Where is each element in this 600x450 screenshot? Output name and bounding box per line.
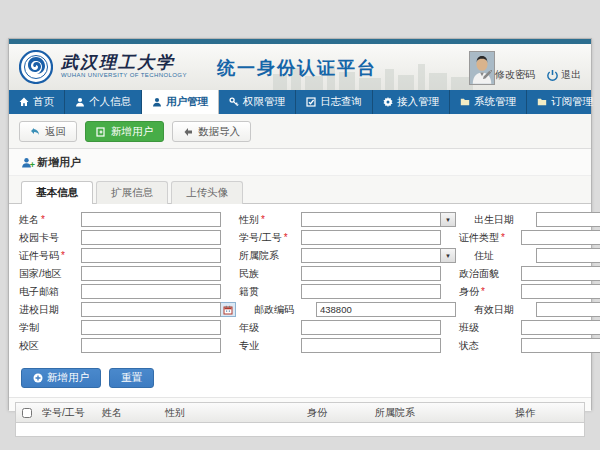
data-import-label: 数据导入: [198, 125, 240, 139]
schooling-length-input[interactable]: [81, 320, 221, 335]
folder-icon: [460, 97, 470, 107]
header: 武汉理工大学 WUHAN UNIVERSITY OF TECHNOLOGY 统一…: [9, 44, 591, 90]
reset-button-label: 重置: [121, 371, 142, 385]
pencil-icon: [482, 70, 492, 80]
submit-add-user-button[interactable]: 新增用户: [21, 368, 101, 388]
panel-title: 新增用户: [37, 155, 81, 170]
logout-link[interactable]: 退出: [547, 68, 581, 82]
table-header-0: 学号/工号: [38, 406, 98, 420]
form-field-class: 班级: [459, 320, 600, 335]
birth-date-label: 出生日期: [474, 213, 536, 227]
address-input[interactable]: [536, 248, 600, 263]
email-input[interactable]: [81, 284, 221, 299]
enroll-date-label: 进校日期: [19, 303, 81, 317]
campus-input[interactable]: [81, 338, 221, 353]
plus-circle-icon: [33, 373, 43, 383]
postal-code-input[interactable]: [316, 302, 456, 317]
email-label: 电子邮箱: [19, 285, 81, 299]
nav-tab-5[interactable]: 接入管理: [373, 90, 450, 114]
data-import-button[interactable]: 数据导入: [172, 121, 251, 142]
form-field-status: 状态: [459, 338, 600, 353]
department-input[interactable]: [301, 248, 441, 263]
id-type-input[interactable]: [521, 230, 600, 245]
back-button[interactable]: 返回: [19, 121, 77, 142]
add-user-toolbar-button[interactable]: 新增用户: [85, 121, 164, 142]
department-dropdown-button[interactable]: ▼: [441, 248, 456, 263]
form-field-enroll-date: 进校日期: [19, 302, 236, 317]
department-label: 所属院系: [239, 249, 301, 263]
grade-input[interactable]: [301, 320, 441, 335]
name-input[interactable]: [81, 212, 221, 227]
home-icon: [19, 97, 29, 107]
status-input[interactable]: [521, 338, 600, 353]
table-header-4: 所属院系: [371, 406, 511, 420]
table-header-3: 身份: [303, 406, 371, 420]
nav-tab-label: 首页: [33, 95, 54, 109]
campus-card-input[interactable]: [81, 230, 221, 245]
submit-add-user-label: 新增用户: [47, 371, 89, 385]
back-arrow-icon: [30, 127, 40, 137]
form-tab-1[interactable]: 扩展信息: [96, 181, 168, 204]
users-table-header: 学号/工号姓名性别身份所属院系操作: [16, 403, 584, 423]
id-number-input[interactable]: [81, 248, 221, 263]
student-id-input[interactable]: [301, 230, 441, 245]
form-field-campus: 校区: [19, 338, 221, 353]
gender-dropdown-button[interactable]: ▼: [441, 212, 456, 227]
toolbar: 返回 新增用户 数据导入: [9, 114, 591, 149]
folder-icon: [537, 97, 547, 107]
nav-tab-label: 系统管理: [474, 95, 516, 109]
users-table-empty-row: [16, 423, 584, 436]
panel-title-row: + 新增用户: [9, 149, 591, 176]
reset-button[interactable]: 重置: [109, 368, 154, 388]
form-row: 学制年级班级: [19, 320, 583, 335]
new-user-form: 姓名*性别*▼出生日期校园卡号学号/工号*证件类型*证件号码*所属院系▼住址国家…: [9, 204, 591, 360]
form-field-major: 专业: [239, 338, 441, 353]
id-number-label: 证件号码*: [19, 249, 81, 263]
content: 返回 新增用户 数据导入 + 新增用户 基本信息扩展信息上传头像: [9, 114, 591, 411]
nav-tab-6[interactable]: 系统管理: [450, 90, 527, 114]
political-status-label: 政治面貌: [459, 267, 521, 281]
nav-tab-label: 权限管理: [243, 95, 285, 109]
required-asterisk: *: [284, 232, 288, 243]
table-header-1: 姓名: [98, 406, 161, 420]
form-field-country: 国家/地区: [19, 266, 221, 281]
nav-tab-7[interactable]: 订阅管理: [527, 90, 600, 114]
major-input[interactable]: [301, 338, 441, 353]
form-field-id-type: 证件类型*: [459, 230, 600, 245]
form-tab-0[interactable]: 基本信息: [21, 181, 93, 204]
campus-card-label: 校园卡号: [19, 231, 81, 245]
table-header-5: 操作: [511, 406, 584, 420]
class-input[interactable]: [521, 320, 600, 335]
enroll-date-input[interactable]: [81, 302, 221, 317]
nav-tab-4[interactable]: 日志查询: [296, 90, 373, 114]
nav-tab-0[interactable]: 首页: [9, 90, 65, 114]
nav-tab-label: 个人信息: [89, 95, 131, 109]
native-place-input[interactable]: [301, 284, 441, 299]
select-all-checkbox[interactable]: [22, 408, 32, 418]
valid-date-input[interactable]: [536, 302, 600, 317]
native-place-label: 籍贯: [239, 285, 301, 299]
political-status-input[interactable]: [521, 266, 600, 281]
identity-input[interactable]: [521, 284, 600, 299]
university-logo: [19, 50, 53, 84]
required-asterisk: *: [261, 214, 265, 225]
ethnicity-label: 民族: [239, 267, 301, 281]
country-input[interactable]: [81, 266, 221, 281]
form-tab-2[interactable]: 上传头像: [171, 181, 243, 204]
university-name: 武汉理工大学: [61, 53, 187, 72]
main-nav: 首页个人信息用户管理权限管理日志查询接入管理系统管理订阅管理: [9, 90, 591, 114]
enroll-date-calendar-button[interactable]: [221, 302, 236, 317]
form-field-student-id: 学号/工号*: [239, 230, 441, 245]
valid-date-label: 有效日期: [474, 303, 536, 317]
major-label: 专业: [239, 339, 301, 353]
form-field-native-place: 籍贯: [239, 284, 441, 299]
birth-date-input[interactable]: [536, 212, 600, 227]
ethnicity-input[interactable]: [301, 266, 441, 281]
form-field-birth-date: 出生日期: [474, 212, 600, 227]
nav-tab-1[interactable]: 个人信息: [65, 90, 142, 114]
nav-tab-2[interactable]: 用户管理: [142, 90, 219, 114]
nav-tab-3[interactable]: 权限管理: [219, 90, 296, 114]
change-password-link[interactable]: 修改密码: [482, 68, 535, 82]
gender-input[interactable]: [301, 212, 441, 227]
form-field-campus-card: 校园卡号: [19, 230, 221, 245]
